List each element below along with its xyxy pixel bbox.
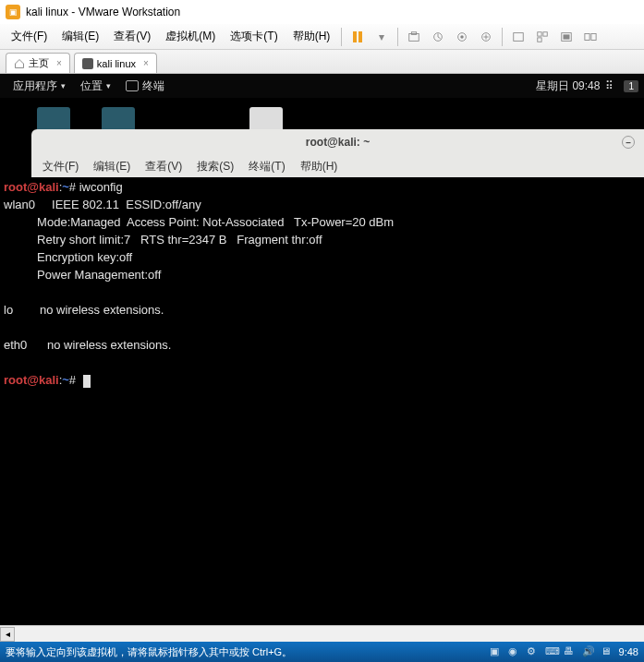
- separator: [397, 28, 398, 46]
- pause-button[interactable]: [348, 28, 367, 46]
- snapshot-manager-button[interactable]: [429, 28, 447, 46]
- svg-rect-7: [538, 31, 541, 35]
- svg-point-4: [461, 35, 465, 39]
- vmware-icon: ▣: [6, 5, 20, 19]
- svg-rect-11: [564, 34, 570, 39]
- terminal-titlebar[interactable]: root@kali: ~ –: [31, 129, 644, 155]
- panel-tray-icon[interactable]: ⠿: [605, 79, 618, 92]
- device-icon[interactable]: 🖶: [564, 645, 577, 658]
- menu-tabs[interactable]: 选项卡(T): [223, 25, 285, 48]
- minimize-button[interactable]: –: [622, 136, 635, 149]
- horizontal-scrollbar[interactable]: ◂: [0, 625, 644, 642]
- menu-file[interactable]: 文件(F): [4, 25, 55, 48]
- tab-kali[interactable]: kali linux ×: [74, 53, 157, 73]
- tab-home[interactable]: 主页 ×: [6, 53, 70, 73]
- device-icon[interactable]: 🔊: [582, 645, 595, 658]
- terminal-window: root@kali: ~ – 文件(F) 编辑(E) 查看(V) 搜索(S) 终…: [31, 129, 644, 177]
- cursor: [83, 375, 91, 388]
- statusbar: 要将输入定向到该虚拟机，请将鼠标指针移入其中或按 Ctrl+G。 ▣ ◉ ⚙ ⌨…: [0, 642, 644, 662]
- term-menu-edit[interactable]: 编辑(E): [86, 159, 138, 175]
- status-clock: 9:48: [619, 646, 638, 657]
- panel-applications[interactable]: 应用程序▾: [6, 78, 73, 94]
- terminal-title: root@kali: ~: [306, 136, 370, 149]
- panel-clock[interactable]: 星期日 09:48: [536, 78, 600, 94]
- kali-top-panel: 应用程序▾ 位置▾ 终端 星期日 09:48 ⠿ 1: [0, 74, 644, 98]
- tab-home-label: 主页: [29, 56, 49, 70]
- kali-icon: [82, 58, 93, 69]
- device-icon[interactable]: ⚙: [527, 645, 540, 658]
- vm-display[interactable]: 应用程序▾ 位置▾ 终端 星期日 09:48 ⠿ 1 2.py txt root…: [0, 74, 644, 625]
- window-titlebar: ▣ kali linux - VMware Workstation: [0, 0, 644, 24]
- dropdown-icon[interactable]: ▾: [372, 28, 391, 46]
- scroll-left-button[interactable]: ◂: [0, 627, 15, 642]
- close-icon[interactable]: ×: [56, 58, 62, 68]
- tabbar: 主页 × kali linux ×: [0, 50, 644, 74]
- status-hint: 要将输入定向到该虚拟机，请将鼠标指针移入其中或按 Ctrl+G。: [6, 645, 292, 659]
- home-icon: [14, 58, 25, 69]
- workspace-indicator[interactable]: 1: [624, 80, 638, 92]
- close-icon[interactable]: ×: [143, 58, 149, 68]
- device-icon[interactable]: 🖥: [601, 645, 614, 658]
- device-icon[interactable]: ◉: [508, 645, 521, 658]
- device-icon[interactable]: ▣: [490, 645, 503, 658]
- revert-button[interactable]: [453, 28, 471, 46]
- terminal-output[interactable]: root@kali:~# iwconfig wlan0 IEEE 802.11 …: [0, 177, 644, 625]
- svg-rect-13: [591, 33, 596, 40]
- term-menu-terminal[interactable]: 终端(T): [241, 159, 292, 175]
- stretch-button[interactable]: [581, 28, 600, 46]
- menu-view[interactable]: 查看(V): [106, 25, 158, 48]
- console-button[interactable]: [557, 28, 576, 46]
- fullscreen-button[interactable]: [509, 28, 528, 46]
- term-menu-view[interactable]: 查看(V): [138, 159, 189, 175]
- panel-places[interactable]: 位置▾: [73, 78, 118, 94]
- separator: [341, 28, 342, 46]
- term-menu-help[interactable]: 帮助(H): [293, 159, 346, 175]
- svg-rect-8: [543, 31, 547, 35]
- terminal-menubar: 文件(F) 编辑(E) 查看(V) 搜索(S) 终端(T) 帮助(H): [31, 155, 644, 177]
- window-title: kali linux - VMware Workstation: [26, 6, 180, 18]
- svg-rect-6: [514, 32, 524, 41]
- separator: [502, 28, 503, 46]
- snapshot-button[interactable]: [405, 28, 423, 46]
- menu-help[interactable]: 帮助(H): [286, 25, 338, 48]
- term-menu-search[interactable]: 搜索(S): [189, 159, 241, 175]
- term-menu-file[interactable]: 文件(F): [35, 159, 86, 175]
- panel-terminal[interactable]: 终端: [118, 78, 172, 94]
- terminal-icon: [126, 80, 139, 91]
- svg-rect-9: [538, 37, 541, 41]
- svg-rect-12: [585, 33, 589, 40]
- snapshot-take-button[interactable]: [477, 28, 495, 46]
- tab-kali-label: kali linux: [97, 58, 136, 69]
- menu-vm[interactable]: 虚拟机(M): [158, 25, 223, 48]
- unity-button[interactable]: [533, 28, 552, 46]
- menubar: 文件(F) 编辑(E) 查看(V) 虚拟机(M) 选项卡(T) 帮助(H) ▾: [0, 24, 644, 50]
- device-icon[interactable]: ⌨: [545, 645, 558, 658]
- menu-edit[interactable]: 编辑(E): [55, 25, 106, 48]
